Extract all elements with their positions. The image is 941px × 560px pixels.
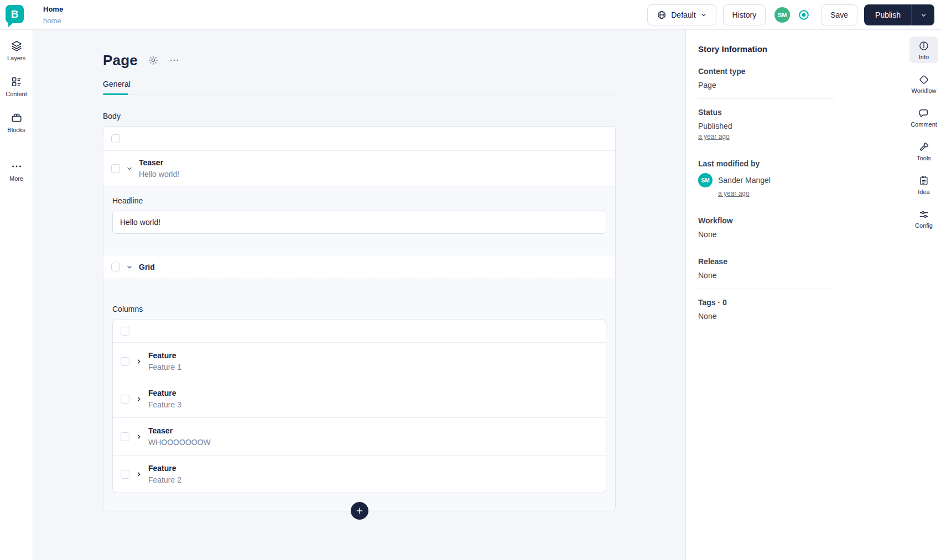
gear-icon[interactable] [148, 55, 159, 66]
chevron-right-icon[interactable] [135, 433, 143, 441]
tool-item-label: Tools [917, 155, 931, 161]
config-icon [918, 209, 929, 220]
chevron-down-icon [700, 12, 707, 18]
tool-item-label: Config [915, 222, 933, 229]
user-avatar: SM [698, 173, 713, 187]
language-selector-label: Default [671, 11, 695, 19]
tool-item-workflow[interactable]: Workflow [909, 70, 938, 97]
comment-icon [918, 108, 929, 119]
presence-indicator-icon[interactable] [798, 9, 810, 21]
select-all-row [113, 320, 606, 343]
tags-value: None [698, 312, 834, 321]
tool-item-label: Workflow [911, 87, 936, 94]
select-all-checkbox[interactable] [111, 134, 120, 143]
plus-icon [355, 506, 364, 515]
ellipsis-menu-icon[interactable] [169, 55, 180, 66]
nav-item-layers[interactable]: Layers [1, 40, 32, 61]
right-tool-rail: Info Workflow Comment [907, 30, 941, 560]
tool-item-idea[interactable]: Idea [909, 171, 938, 198]
nav-item-content[interactable]: Content [1, 76, 32, 97]
block-row-teaser[interactable]: Teaser Hello world! [103, 151, 615, 186]
chevron-down-icon[interactable] [126, 263, 133, 271]
release-label: Release [698, 257, 834, 266]
column-block-row[interactable]: Feature Feature 3 [113, 380, 606, 418]
content-type-value: Page [698, 81, 834, 90]
globe-icon [657, 10, 667, 20]
chevron-right-icon[interactable] [135, 358, 143, 365]
tool-item-label: Info [919, 54, 929, 60]
status-label: Status [698, 108, 834, 117]
tools-icon [918, 142, 929, 153]
block-summary: Feature Feature 3 [148, 388, 181, 410]
breadcrumb: Home home [43, 4, 63, 25]
headline-field-label: Headline [112, 196, 606, 205]
nav-item-label: More [9, 175, 23, 182]
block-subtitle: Feature 3 [148, 400, 181, 410]
column-block-row[interactable]: Feature Feature 2 [113, 456, 606, 493]
block-type: Teaser [139, 158, 179, 168]
left-navigation-rail: Layers Content Blocks [0, 30, 33, 560]
user-avatar[interactable]: SM [774, 7, 790, 23]
columns-blocks-card: Feature Feature 1 Feature Feature 3 [112, 319, 606, 493]
block-checkbox[interactable] [121, 432, 129, 441]
nav-item-label: Layers [7, 55, 25, 61]
publish-options-button[interactable] [912, 4, 934, 25]
grid-expanded-section: Columns Feature Feature 1 [103, 279, 615, 511]
columns-field-label: Columns [112, 305, 606, 313]
language-selector[interactable]: Default [647, 4, 716, 25]
avatar-initials: SM [778, 12, 787, 18]
publish-button[interactable]: Publish [864, 4, 912, 25]
block-checkbox[interactable] [121, 395, 129, 404]
panel-divider [698, 150, 834, 150]
block-summary: Teaser WHOOOOOOOW [148, 426, 211, 447]
block-summary: Teaser Hello world! [139, 158, 179, 179]
editor-tabs: General [103, 80, 616, 95]
tool-item-info[interactable]: Info [909, 36, 938, 63]
story-slug: home [43, 16, 63, 25]
block-subtitle: Feature 1 [148, 362, 181, 372]
block-checkbox[interactable] [111, 263, 120, 271]
top-bar: B Home home Default History [0, 0, 941, 30]
blocks-icon [11, 112, 23, 124]
tool-item-config[interactable]: Config [909, 205, 938, 232]
block-type: Grid [139, 262, 155, 272]
modified-time-link[interactable]: a year ago [718, 190, 750, 197]
block-checkbox[interactable] [121, 470, 129, 479]
block-checkbox[interactable] [121, 357, 129, 366]
block-subtitle: Feature 2 [148, 475, 181, 485]
idea-icon [918, 175, 929, 186]
status-time-link[interactable]: a year ago [698, 133, 730, 140]
headline-input[interactable] [112, 211, 606, 234]
nav-item-blocks[interactable]: Blocks [1, 112, 32, 133]
last-modified-user: SM Sander Mangel a year ago [698, 173, 834, 198]
block-summary: Grid [139, 262, 155, 272]
block-checkbox[interactable] [111, 164, 120, 173]
column-block-row[interactable]: Feature Feature 1 [113, 343, 606, 380]
save-button[interactable]: Save [821, 4, 857, 25]
chevron-down-icon[interactable] [126, 165, 133, 172]
story-information-panel: Story Information Content type Page Stat… [685, 30, 941, 560]
select-all-checkbox[interactable] [121, 327, 129, 336]
panel-divider [698, 98, 834, 99]
tool-item-comment[interactable]: Comment [909, 104, 938, 130]
tool-item-tools[interactable]: Tools [909, 138, 938, 164]
chevron-right-icon[interactable] [135, 470, 143, 478]
tab-general[interactable]: General [103, 80, 132, 95]
storyblok-logo[interactable]: B [6, 5, 24, 23]
column-block-row[interactable]: Teaser WHOOOOOOOW [113, 418, 606, 456]
block-row-grid[interactable]: Grid [103, 255, 615, 279]
block-summary: Feature Feature 2 [148, 463, 181, 485]
save-button-label: Save [830, 11, 848, 19]
chevron-right-icon[interactable] [135, 395, 143, 403]
history-button[interactable]: History [723, 4, 766, 25]
add-block-button[interactable] [351, 502, 368, 520]
user-name: Sander Mangel [718, 173, 771, 187]
tool-item-label: Idea [918, 189, 929, 195]
nav-item-label: Content [6, 91, 27, 97]
chevron-down-icon [920, 12, 927, 19]
logo-letter: B [11, 8, 19, 20]
avatar-initials: SM [701, 177, 710, 184]
block-type: Teaser [148, 426, 211, 436]
nav-item-more[interactable]: More [1, 160, 32, 182]
rail-divider [0, 149, 33, 149]
